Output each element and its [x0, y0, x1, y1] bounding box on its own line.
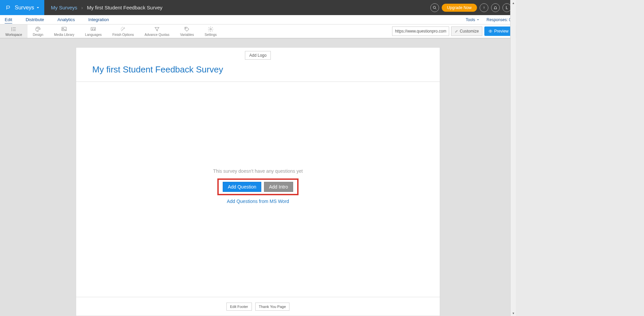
caret-down-icon [477, 18, 479, 21]
tool-label: Workspace [5, 33, 22, 37]
breadcrumb-current: My first Student Feedback Survey [87, 5, 162, 10]
tab-integration[interactable]: Integration [88, 17, 109, 22]
brand-logo-icon [5, 4, 11, 11]
product-name: Surveys [15, 5, 34, 11]
survey-header: Add Logo My first Student Feedback Surve… [76, 48, 440, 82]
main-tabs: Edit Distribute Analytics Integration To… [0, 15, 516, 24]
scroll-down-arrow-icon[interactable]: ▾ [511, 310, 516, 316]
highlighted-action-row: Add Question Add Intro [217, 178, 299, 195]
product-switcher[interactable]: Surveys [0, 0, 44, 15]
empty-state-text: This survey doesn't have any questions y… [213, 168, 303, 174]
tool-label: Variables [180, 33, 194, 37]
tool-label: Media Library [54, 33, 74, 37]
search-icon[interactable] [430, 3, 439, 12]
tab-edit[interactable]: Edit [5, 17, 12, 22]
magic-wand-icon [119, 26, 127, 32]
tools-dropdown[interactable]: Tools [466, 17, 479, 22]
svg-point-14 [210, 29, 212, 30]
eye-icon [488, 29, 492, 33]
tag-icon [183, 26, 191, 32]
tool-settings[interactable]: Settings [199, 24, 222, 38]
tool-variables[interactable]: Variables [175, 24, 199, 38]
toolbar-right: Customize Preview [392, 24, 516, 36]
preview-label: Preview [494, 29, 508, 34]
add-question-button[interactable]: Add Question [223, 182, 261, 192]
tabrow-right: Tools Responses: 0 [466, 17, 511, 22]
tool-label: Settings [205, 33, 217, 37]
survey-body: This survey doesn't have any questions y… [76, 82, 440, 297]
add-logo-button[interactable]: Add Logo [245, 51, 271, 60]
tool-design[interactable]: Design [28, 24, 49, 38]
topbar: Surveys My Surveys › My first Student Fe… [0, 0, 516, 15]
customize-label: Customize [460, 29, 479, 34]
app-root: Surveys My Surveys › My first Student Fe… [0, 0, 516, 316]
svg-point-0 [433, 6, 435, 8]
add-intro-button[interactable]: Add Intro [264, 182, 293, 192]
gear-icon [207, 26, 214, 32]
thank-you-page-button[interactable]: Thank You Page [255, 303, 290, 311]
tool-workspace[interactable]: Workspace [0, 24, 28, 38]
palette-icon [34, 26, 42, 32]
topbar-right: Upgrade Now L [430, 3, 516, 12]
vertical-scrollbar[interactable]: ▴ ▾ [510, 0, 516, 316]
image-icon [60, 26, 68, 32]
notifications-icon[interactable] [491, 3, 500, 12]
upgrade-button[interactable]: Upgrade Now [442, 4, 477, 12]
breadcrumb-folder[interactable]: My Surveys [51, 5, 77, 10]
tab-analytics[interactable]: Analytics [57, 17, 75, 22]
add-from-word-link[interactable]: Add Questions from MS Word [227, 199, 289, 204]
svg-point-2 [484, 8, 484, 9]
tool-finish-options[interactable]: Finish Options [107, 24, 139, 38]
edit-footer-button[interactable]: Edit Footer [226, 303, 252, 311]
responses-label: Responses: [487, 17, 508, 22]
survey-footer: Edit Footer Thank You Page [76, 297, 440, 316]
scroll-up-arrow-icon[interactable]: ▴ [511, 0, 516, 6]
survey-title[interactable]: My first Student Feedback Survey [92, 64, 424, 75]
tool-label: Languages [85, 33, 102, 37]
survey-card: Add Logo My first Student Feedback Surve… [76, 47, 440, 316]
tool-languages[interactable]: Languages [80, 24, 107, 38]
tab-distribute[interactable]: Distribute [25, 17, 44, 22]
preview-button[interactable]: Preview [484, 27, 513, 36]
svg-point-7 [37, 28, 38, 29]
editor-canvas: Add Logo My first Student Feedback Surve… [0, 38, 516, 316]
tool-label: Design [33, 33, 43, 37]
svg-point-8 [38, 28, 39, 29]
tool-media-library[interactable]: Media Library [49, 24, 80, 38]
scrollbar-track[interactable] [511, 6, 516, 310]
caret-down-icon [36, 5, 40, 11]
svg-line-1 [435, 8, 436, 9]
tool-label: Advance Quotas [145, 33, 169, 37]
editor-toolbar: Workspace Design Media Library Languages… [0, 24, 516, 38]
svg-rect-12 [91, 28, 96, 31]
breadcrumb: My Surveys › My first Student Feedback S… [51, 5, 162, 10]
help-icon[interactable] [480, 3, 488, 12]
chevron-right-icon: › [81, 5, 83, 10]
survey-url-input[interactable] [392, 27, 449, 36]
languages-icon [90, 26, 97, 32]
tools-label: Tools [466, 17, 475, 22]
svg-point-9 [39, 28, 40, 29]
tool-advance-quotas[interactable]: Advance Quotas [139, 24, 175, 38]
svg-point-15 [490, 31, 491, 32]
funnel-icon [153, 26, 161, 32]
tool-label: Finish Options [112, 33, 134, 37]
customize-button[interactable]: Customize [451, 27, 483, 36]
responses-counter[interactable]: Responses: 0 [487, 17, 511, 22]
svg-point-13 [185, 28, 186, 29]
pencil-icon [455, 30, 458, 33]
workspace-icon [10, 26, 17, 32]
